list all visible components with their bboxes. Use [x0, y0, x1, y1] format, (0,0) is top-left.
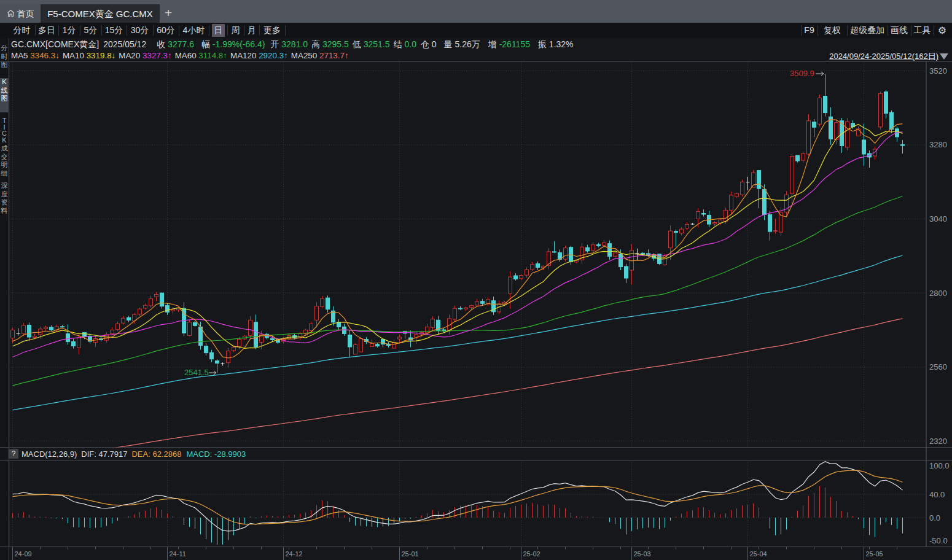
- svg-text:3509.9: 3509.9: [790, 69, 814, 78]
- svg-text:2320: 2320: [929, 437, 947, 446]
- svg-text:24-09: 24-09: [15, 550, 32, 558]
- svg-text:3040: 3040: [929, 214, 947, 224]
- svg-text:24-12: 24-12: [286, 550, 303, 558]
- svg-text:2541.5: 2541.5: [184, 368, 209, 377]
- svg-text:0.0: 0.0: [929, 513, 940, 523]
- svg-text:25-04: 25-04: [750, 550, 767, 558]
- svg-text:40.0: 40.0: [929, 490, 945, 499]
- svg-text:25-03: 25-03: [634, 550, 651, 558]
- svg-text:2800: 2800: [929, 289, 947, 298]
- svg-text:100.0: 100.0: [929, 461, 950, 470]
- svg-text:2560: 2560: [929, 362, 947, 371]
- svg-text:25-02: 25-02: [523, 550, 540, 558]
- svg-text:3520: 3520: [929, 66, 947, 76]
- svg-text:25-05: 25-05: [866, 550, 883, 558]
- svg-text:-50.0: -50.0: [929, 536, 948, 545]
- svg-text:24-11: 24-11: [170, 550, 186, 558]
- svg-text:3280: 3280: [929, 140, 947, 149]
- svg-text:25-01: 25-01: [402, 550, 419, 558]
